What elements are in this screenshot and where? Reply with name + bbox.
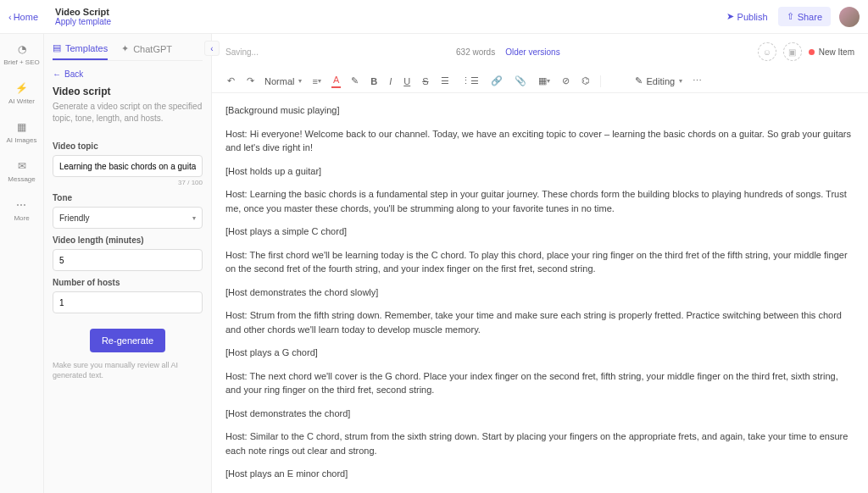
script-line: Host: Similar to the C chord, strum from… xyxy=(225,429,854,457)
message-icon: ✉ xyxy=(15,159,29,173)
back-link[interactable]: ← Back xyxy=(53,69,203,79)
rail-brief-seo[interactable]: ◔ Brief + SEO xyxy=(3,42,39,66)
back-label: Back xyxy=(64,69,83,79)
text-color-button[interactable]: A xyxy=(331,74,341,88)
link-button[interactable]: 🔗 xyxy=(489,74,504,88)
title-block: Video Script Apply template xyxy=(55,7,111,26)
table-button[interactable]: ▦▾ xyxy=(537,74,552,88)
tab-label: ChatGPT xyxy=(133,44,172,54)
overflow-menu[interactable]: ⋯ xyxy=(691,74,704,88)
status-dot-icon xyxy=(809,49,815,55)
numbered-list-button[interactable]: ⋮☰ xyxy=(459,74,481,88)
code-button[interactable]: ⌬ xyxy=(580,74,592,88)
share-label: Share xyxy=(798,12,822,22)
editor-area: Saving... 632 words Older versions ☺ ▣ N… xyxy=(212,34,868,493)
attach-button[interactable]: 📎 xyxy=(513,74,528,88)
strikethrough-button[interactable]: S xyxy=(420,75,430,88)
home-label: Home xyxy=(14,12,38,22)
char-counter: 37 / 100 xyxy=(53,179,203,186)
script-line: [Host plays an E minor chord] xyxy=(225,467,854,481)
script-line: Host: Strum from the fifth string down. … xyxy=(225,308,854,336)
left-rail: ◔ Brief + SEO ⚡ AI Writer ▦ AI Images ✉ … xyxy=(0,34,44,493)
style-select[interactable]: Normal▾ xyxy=(264,76,302,86)
script-line: Host: Moving on, we have the E minor cho… xyxy=(225,490,854,494)
rail-message[interactable]: ✉ Message xyxy=(8,159,35,183)
script-line: Host: The next chord we'll cover is the … xyxy=(225,369,854,397)
script-line: [Host demonstrates the chord slowly] xyxy=(225,285,854,300)
add-asset-button[interactable]: ▣ xyxy=(783,42,802,61)
tab-label: Templates xyxy=(65,43,108,53)
hosts-input[interactable] xyxy=(53,291,203,313)
bullet-list-button[interactable]: ☰ xyxy=(439,74,451,88)
script-line: [Host plays a simple C chord] xyxy=(225,224,854,239)
gauge-icon: ◔ xyxy=(15,42,29,56)
avatar[interactable] xyxy=(839,7,860,27)
label-tone: Tone xyxy=(53,193,203,202)
image-icon: ▦ xyxy=(14,120,28,134)
script-line: [Host demonstrates the chord] xyxy=(225,407,854,421)
redo-button[interactable]: ↷ xyxy=(245,74,256,88)
share-button[interactable]: ⇧ Share xyxy=(778,7,831,26)
share-icon: ⇧ xyxy=(787,11,794,22)
tone-value: Friendly xyxy=(59,213,90,223)
apply-template-link[interactable]: Apply template xyxy=(55,17,111,26)
chevron-down-icon: ▾ xyxy=(192,214,196,222)
top-bar: ‹ Home Video Script Apply template ➤ Pub… xyxy=(0,0,868,34)
footnote: Make sure you manually review all AI gen… xyxy=(53,361,203,380)
script-line: [Host plays a G chord] xyxy=(225,346,854,360)
rail-label: Brief + SEO xyxy=(3,58,39,66)
collapse-panel-button[interactable]: ‹ xyxy=(204,41,220,56)
mode-select[interactable]: ✎ Editing ▾ xyxy=(635,75,683,86)
templates-icon: ▤ xyxy=(53,42,61,53)
undo-button[interactable]: ↶ xyxy=(225,74,236,88)
page-title: Video Script xyxy=(55,7,111,17)
rail-label: AI Writer xyxy=(8,97,35,105)
script-line: [Background music playing] xyxy=(225,103,854,118)
regenerate-button[interactable]: Re-generate xyxy=(90,329,165,352)
arrow-left-icon: ← xyxy=(53,69,61,79)
bold-button[interactable]: B xyxy=(369,75,379,88)
publish-button[interactable]: ➤ Publish xyxy=(726,11,768,22)
italic-button[interactable]: I xyxy=(387,75,393,88)
side-panel: ‹ ▤ Templates ✦ ChatGPT ← Back Video scr… xyxy=(44,34,212,493)
send-icon: ➤ xyxy=(726,11,734,22)
tab-templates[interactable]: ▤ Templates xyxy=(53,42,108,60)
rail-label: More xyxy=(14,214,29,222)
chevron-left-icon: ‹ xyxy=(8,12,12,22)
underline-button[interactable]: U xyxy=(402,75,412,88)
home-link[interactable]: ‹ Home xyxy=(8,12,38,22)
chevron-down-icon: ▾ xyxy=(679,77,682,85)
add-collaborator-button[interactable]: ☺ xyxy=(758,42,776,61)
highlight-button[interactable]: ✎ xyxy=(349,74,360,88)
label-length: Video length (minutes) xyxy=(53,235,203,245)
script-line: Host: Hi everyone! Welcome back to our c… xyxy=(225,127,854,155)
older-versions-link[interactable]: Older versions xyxy=(505,47,559,57)
new-item-label: New Item xyxy=(819,47,854,57)
script-line: Host: The first chord we'll be learning … xyxy=(225,248,854,276)
video-topic-input[interactable] xyxy=(53,155,203,177)
rail-ai-images[interactable]: ▦ AI Images xyxy=(6,120,36,144)
rail-label: AI Images xyxy=(6,136,36,144)
new-item-indicator[interactable]: New Item xyxy=(809,47,854,57)
publish-label: Publish xyxy=(737,12,768,22)
rail-more[interactable]: ⋯ More xyxy=(14,198,29,222)
script-line: [Host holds up a guitar] xyxy=(225,164,854,179)
clear-format-button[interactable]: ⊘ xyxy=(560,74,571,88)
tab-chatgpt[interactable]: ✦ ChatGPT xyxy=(121,42,172,60)
label-hosts: Number of hosts xyxy=(53,278,203,287)
panel-heading: Video script xyxy=(53,86,203,97)
align-button[interactable]: ≡▾ xyxy=(310,75,322,88)
video-length-input[interactable] xyxy=(53,249,203,271)
tone-select[interactable]: Friendly ▾ xyxy=(53,207,203,229)
bolt-icon: ⚡ xyxy=(15,81,29,95)
script-line: Host: Learning the basic chords is a fun… xyxy=(225,187,854,215)
chat-icon: ✦ xyxy=(121,43,129,54)
rail-label: Message xyxy=(8,175,35,183)
image-icon: ▣ xyxy=(788,47,796,57)
rail-ai-writer[interactable]: ⚡ AI Writer xyxy=(8,81,35,105)
document-content[interactable]: [Background music playing] Host: Hi ever… xyxy=(212,93,868,493)
saving-status: Saving... xyxy=(225,47,259,57)
user-icon: ☺ xyxy=(763,47,771,57)
editor-toolbar: ↶ ↷ Normal▾ ≡▾ A ✎ B I U S ☰ ⋮☰ 🔗 📎 ▦▾ ⊘… xyxy=(212,69,868,93)
panel-tabs: ▤ Templates ✦ ChatGPT xyxy=(53,42,203,61)
